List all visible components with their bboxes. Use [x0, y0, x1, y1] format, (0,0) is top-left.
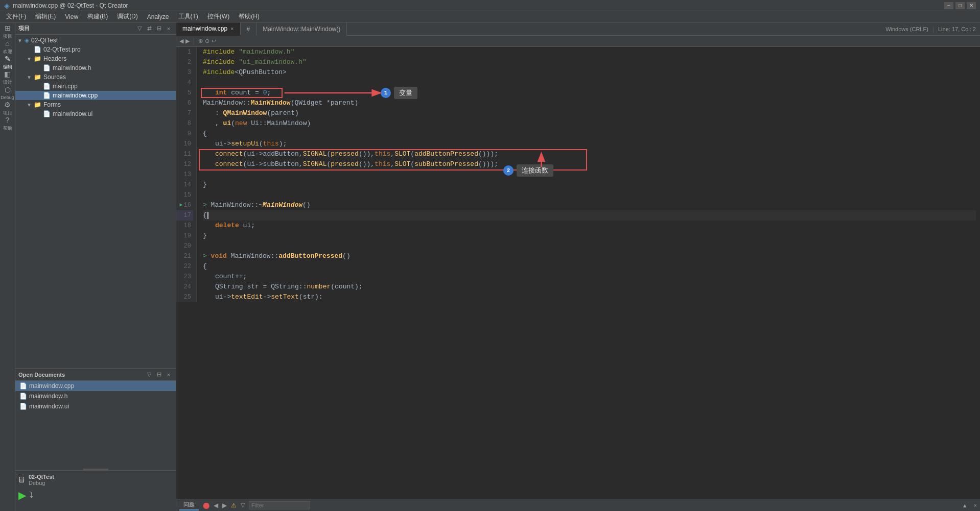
code-line-14: } [203, 180, 976, 190]
nav-fwd-btn[interactable]: ▶ [185, 38, 190, 44]
toolbar-sep-1 [194, 38, 194, 45]
code-span: ::~ [251, 200, 263, 210]
close-panel-btn[interactable]: × [165, 25, 173, 33]
filter-tool-btn[interactable]: ▽ [135, 25, 144, 33]
window-title: mainwindow.cpp @ 02-QtTest - Qt Creator [13, 2, 128, 9]
code-span: , [215, 118, 223, 129]
problems-tab[interactable]: 问题 [179, 500, 199, 510]
sidebar-label-design: 设计 [3, 79, 12, 86]
code-span: ( [259, 139, 263, 149]
ln-3: 3 [176, 67, 193, 78]
headers-arrow: ▼ [27, 56, 34, 62]
code-span: { [203, 210, 207, 221]
code-span: :: [243, 98, 251, 108]
tree-item-headers[interactable]: ▼ 📁 Headers [15, 54, 176, 63]
code-line-12: connect(ui->subButton,SIGNAL(pressed()),… [203, 159, 976, 169]
ln-17: 17 [176, 210, 193, 221]
toolbar-btn-1[interactable]: ⊕ [198, 38, 203, 44]
code-lines: #include "mainwindow.h" #include "ui_mai… [197, 47, 980, 302]
code-span: addButtonPressed [414, 149, 478, 159]
sidebar-item-welcome[interactable]: ⌂ 欢迎 [1, 40, 15, 54]
headers-icon: 📁 [34, 55, 41, 62]
open-docs-toolbar: Open Documents ▽ ⊟ × [15, 369, 176, 381]
tree-item-main-cpp[interactable]: 📄 main.cpp [15, 82, 176, 91]
tree-item-root[interactable]: ▼ ◈ 02-QtTest [15, 36, 176, 45]
code-span: , [390, 159, 394, 169]
od-expand-btn[interactable]: ⊟ [155, 371, 163, 379]
step-button[interactable]: ⤵ [29, 489, 33, 501]
menu-file[interactable]: 文件(F) [2, 11, 30, 22]
code-span: "mainwindow.h" [239, 47, 294, 57]
doc-item-mainwindow-cpp[interactable]: 📄 mainwindow.cpp [15, 381, 176, 391]
encoding-label: Windows (CRLF) [885, 26, 928, 32]
nav-prev-btn[interactable]: ◀ [214, 502, 218, 509]
tree-item-mainwindow-ui[interactable]: 📄 mainwindow.ui [15, 109, 176, 118]
filter-input[interactable] [249, 501, 310, 509]
sync-tool-btn[interactable]: ⇄ [145, 25, 153, 33]
tree-item-pro[interactable]: 📄 02-QtTest.pro [15, 45, 176, 54]
ln-20: 20 [176, 241, 193, 251]
tab-mainwindow-ctor[interactable]: MainWindow::MainWindow() [256, 22, 347, 36]
od-filter-btn[interactable]: ▽ [145, 371, 153, 379]
toolbar-btn-3[interactable]: ↩ [212, 38, 216, 44]
code-span: > [283, 67, 287, 78]
code-span: (str): [299, 292, 323, 302]
tab-mainwindow-cpp[interactable]: mainwindow.cpp × [176, 22, 241, 36]
tab-close-mainwindow-cpp[interactable]: × [230, 26, 234, 32]
ln-5: 5 [176, 88, 193, 98]
menu-edit[interactable]: 编辑(E) [31, 11, 60, 22]
title-bar-left: ◈ mainwindow.cpp @ 02-QtTest - Qt Creato… [4, 2, 128, 10]
maximize-button[interactable]: □ [955, 2, 965, 9]
build-project-item[interactable]: 🖥 02-QtTest Debug [17, 473, 174, 487]
sidebar-item-project[interactable]: ⊞ 项目 [1, 25, 15, 39]
ln-16: ▶16 [176, 200, 193, 210]
project-icon: ⊞ [5, 24, 11, 32]
tree-item-sources[interactable]: ▼ 📁 Sources [15, 72, 176, 82]
ln-22: 22 [176, 261, 193, 272]
run-button[interactable]: ▶ [18, 489, 26, 501]
code-span: () [342, 251, 351, 261]
doc-item-mainwindow-h[interactable]: 📄 mainwindow.h [15, 391, 176, 401]
sidebar-item-debug[interactable]: ⬡ Debug [1, 86, 15, 100]
menu-analyze[interactable]: Analyze [143, 12, 173, 21]
tree-item-mainwindow-h[interactable]: 📄 mainwindow.h [15, 63, 176, 72]
collapse-btn[interactable]: ▲ [962, 502, 968, 508]
tree-item-mainwindow-cpp[interactable]: 📄 mainwindow.cpp [15, 91, 176, 100]
project-panel-tools: ▽ ⇄ ⊟ × [135, 25, 173, 33]
tree-item-forms[interactable]: ▼ 📁 Forms [15, 100, 176, 109]
annotation-1-label: 变量 [394, 87, 417, 99]
code-span: number [307, 282, 331, 292]
minimize-button[interactable]: − [944, 2, 953, 9]
annotation-2-label: 连接函数 [517, 164, 553, 177]
build-config-label: Debug [29, 480, 54, 486]
code-span: { [203, 129, 207, 139]
collapse-tool-btn[interactable]: ⊟ [155, 25, 163, 33]
close-button[interactable]: ✕ [967, 2, 976, 9]
toolbar-btn-2[interactable]: ⊙ [205, 38, 209, 44]
sidebar-item-help[interactable]: ? 帮助 [1, 116, 15, 131]
code-span: *parent) [322, 98, 358, 108]
sidebar-item-project2[interactable]: ⚙ 项目 [1, 101, 15, 115]
sidebar-item-design[interactable]: ◧ 设计 [1, 70, 15, 85]
nav-next-btn[interactable]: ▶ [222, 502, 227, 509]
od-close-btn[interactable]: × [165, 371, 173, 379]
code-span: ()), [359, 149, 375, 159]
tab-hash[interactable]: # [241, 22, 257, 36]
code-span: pressed [331, 149, 359, 159]
menu-tools[interactable]: 工具(T) [174, 11, 202, 22]
menu-build[interactable]: 构建(B) [83, 11, 112, 22]
forms-label: Forms [43, 101, 61, 108]
code-editor[interactable]: 1 2 3 4 5 6 7 8 9 10 11 12 13 14 [176, 47, 980, 499]
code-span: (ui->subButton, [243, 159, 303, 169]
root-arrow: ▼ [17, 38, 25, 43]
close-panel-btn[interactable]: × [974, 502, 977, 508]
sidebar-item-edit[interactable]: ✎ 编辑 [1, 55, 15, 69]
doc-item-mainwindow-ui[interactable]: 📄 mainwindow.ui [15, 401, 176, 411]
ln-12: 12 [176, 159, 193, 169]
ln-24: 24 [176, 282, 193, 292]
menu-view[interactable]: View [61, 12, 82, 21]
menu-controls[interactable]: 控件(W) [203, 11, 234, 22]
menu-help[interactable]: 帮助(H) [235, 11, 264, 22]
menu-debug[interactable]: 调试(D) [113, 11, 142, 22]
nav-back-btn[interactable]: ◀ [179, 38, 183, 44]
